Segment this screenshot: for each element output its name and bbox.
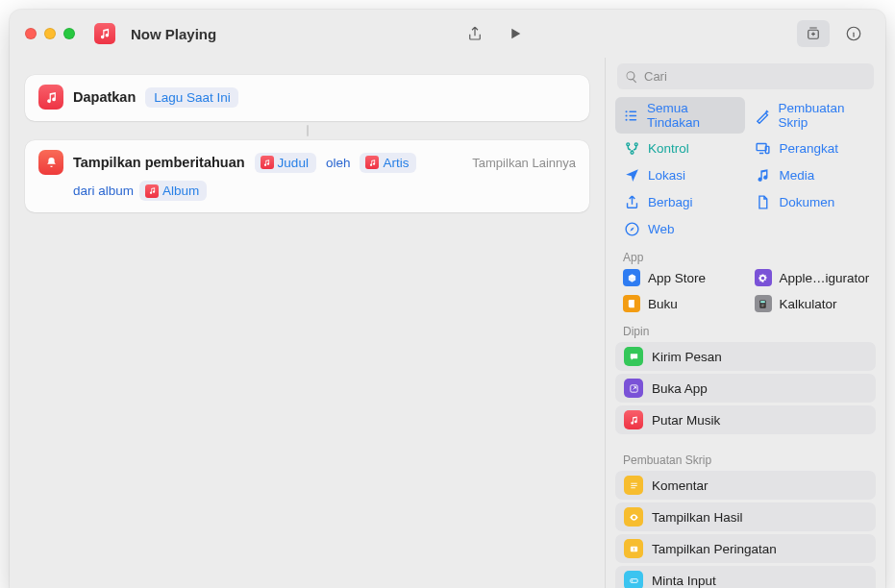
zoom-window-button[interactable]: [63, 28, 75, 39]
param-current-song[interactable]: Lagu Saat Ini: [145, 87, 238, 108]
a-icon: [623, 269, 640, 286]
action-tampilkan-hasil[interactable]: Tampilkan Hasil: [615, 502, 876, 531]
svg-rect-3: [629, 110, 636, 111]
scripting-list: KomentarTampilkan HasilTampilkan Peringa…: [606, 469, 885, 588]
list-icon: [623, 107, 639, 124]
token-album[interactable]: Album: [139, 181, 207, 201]
svg-rect-23: [631, 482, 636, 483]
category-lokasi[interactable]: Lokasi: [615, 162, 745, 187]
search-field[interactable]: Cari: [617, 63, 874, 89]
token-artist[interactable]: Artis: [360, 153, 416, 173]
gear-icon: [755, 269, 772, 286]
svg-point-18: [763, 304, 764, 305]
window: Now Playing Dapatkan Lagu: [10, 10, 885, 588]
window-controls: [25, 28, 75, 39]
eye-icon: [624, 507, 643, 527]
category-media[interactable]: Media: [747, 162, 877, 187]
action-tampilkan-peringatan[interactable]: Tampilkan Peringatan: [615, 534, 876, 563]
music-icon: [624, 410, 643, 429]
action-putar-musik[interactable]: Putar Musik: [615, 405, 876, 434]
svg-point-6: [625, 118, 627, 120]
action-buka-app[interactable]: Buka App: [615, 374, 876, 403]
shareup-icon: [623, 193, 640, 210]
section-label-app: App: [606, 241, 885, 266]
svg-point-20: [762, 306, 763, 306]
action-title: Tampilkan pemberitahuan: [73, 155, 245, 170]
music-icon: [145, 184, 159, 198]
category-pembuatan-skrip[interactable]: Pembuatan Skrip: [747, 97, 877, 134]
separator-text: oleh: [326, 156, 351, 170]
wand-icon: [755, 107, 771, 124]
close-window-button[interactable]: [25, 28, 37, 39]
separator-text: dari album: [73, 184, 134, 198]
category-dokumen[interactable]: Dokumen: [747, 189, 877, 214]
library-panel-button[interactable]: [797, 20, 830, 47]
app-buku[interactable]: Buku: [615, 292, 745, 315]
titlebar: Now Playing: [10, 10, 885, 58]
info-panel-button[interactable]: [837, 20, 870, 47]
search-placeholder: Cari: [644, 69, 667, 84]
safari-icon: [623, 220, 640, 237]
category-berbagi[interactable]: Berbagi: [615, 189, 745, 214]
token-title[interactable]: Judul: [255, 153, 316, 173]
workflow-canvas[interactable]: Dapatkan Lagu Saat Ini Tampilkan pemberi…: [10, 58, 605, 588]
action-get-current-song[interactable]: Dapatkan Lagu Saat Ini: [25, 75, 589, 121]
apps-grid: App StoreApple…iguratorBukuKalkulator: [606, 266, 885, 315]
svg-point-10: [631, 151, 634, 154]
svg-rect-7: [629, 119, 636, 120]
note-icon: [755, 166, 772, 184]
svg-rect-15: [760, 301, 765, 303]
share-button[interactable]: [459, 20, 491, 47]
svg-rect-12: [765, 146, 769, 153]
lines-icon: [624, 476, 643, 495]
search-icon: [625, 70, 638, 84]
svg-point-9: [634, 142, 637, 145]
connector-line: [307, 125, 309, 136]
pinned-list: Kirim PesanBuka AppPutar Musik: [606, 340, 885, 444]
action-kirim-pesan[interactable]: Kirim Pesan: [615, 342, 876, 371]
app-app-store[interactable]: App Store: [615, 266, 745, 289]
show-more-button[interactable]: Tampilkan Lainnya: [472, 156, 576, 170]
calc-icon: [755, 295, 772, 312]
device-icon: [755, 139, 772, 157]
category-web[interactable]: Web: [615, 216, 745, 241]
doc-icon: [755, 193, 772, 210]
action-show-notification[interactable]: Tampilkan pemberitahuan Judul oleh Artis…: [25, 140, 589, 212]
svg-rect-27: [634, 548, 634, 550]
window-title: Now Playing: [131, 26, 216, 42]
svg-rect-24: [631, 485, 636, 486]
minimize-window-button[interactable]: [44, 28, 56, 39]
shortcut-app-icon: [94, 23, 115, 44]
svg-point-21: [763, 306, 764, 306]
section-label-pinned: Dipin: [606, 315, 885, 340]
svg-rect-5: [629, 114, 636, 115]
svg-point-2: [625, 110, 627, 112]
svg-rect-30: [632, 579, 633, 581]
svg-rect-25: [631, 487, 635, 488]
svg-point-8: [626, 142, 629, 145]
category-grid: Semua TindakanPembuatan SkripKontrolPera…: [606, 97, 885, 241]
svg-point-19: [761, 306, 762, 306]
alert-icon: [624, 539, 643, 558]
svg-rect-29: [630, 578, 636, 582]
section-label-scripting: Pembuatan Skrip: [606, 444, 885, 469]
app-kalkulator[interactable]: Kalkulator: [747, 292, 877, 315]
action-title: Dapatkan: [73, 89, 136, 105]
category-perangkat[interactable]: Perangkat: [747, 135, 877, 160]
music-icon: [261, 156, 274, 169]
bell-icon: [38, 150, 63, 175]
svg-rect-11: [757, 143, 766, 150]
svg-point-16: [761, 304, 762, 305]
svg-point-4: [625, 114, 627, 116]
library-sidebar: Cari Semua TindakanPembuatan SkripKontro…: [605, 58, 885, 588]
action-komentar[interactable]: Komentar: [615, 471, 876, 500]
msg-icon: [624, 347, 643, 366]
app-apple-igurator[interactable]: Apple…igurator: [747, 266, 877, 289]
run-button[interactable]: [499, 20, 532, 47]
category-kontrol[interactable]: Kontrol: [615, 135, 745, 160]
open-icon: [624, 379, 643, 398]
category-semua-tindakan[interactable]: Semua Tindakan: [615, 97, 745, 134]
action-minta-input[interactable]: Minta Input: [615, 566, 876, 588]
svg-rect-28: [634, 550, 634, 551]
music-icon: [365, 156, 379, 169]
